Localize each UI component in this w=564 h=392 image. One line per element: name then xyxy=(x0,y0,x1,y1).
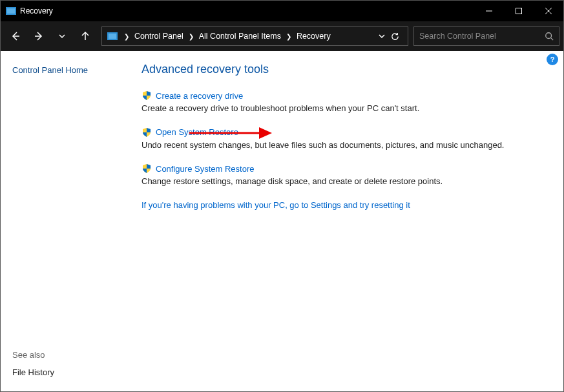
create-recovery-drive-link[interactable]: Create a recovery drive xyxy=(156,91,243,101)
svg-line-12 xyxy=(551,38,554,41)
configure-system-restore-link[interactable]: Configure System Restore xyxy=(156,164,254,174)
main-panel: ? Advanced recovery tools Create a recov… xyxy=(134,51,563,391)
back-button[interactable] xyxy=(5,25,26,47)
chevron-right-icon[interactable]: ❯ xyxy=(120,33,133,40)
recovery-location-icon xyxy=(107,31,118,41)
breadcrumb-item[interactable]: Control Panel xyxy=(133,32,185,41)
svg-rect-10 xyxy=(109,34,116,39)
address-bar[interactable]: ❯ Control Panel ❯ All Control Panel Item… xyxy=(101,26,408,46)
chevron-right-icon[interactable]: ❯ xyxy=(282,33,295,40)
help-icon[interactable]: ? xyxy=(547,54,558,65)
minimize-button[interactable] xyxy=(474,1,504,21)
tool-description: Change restore settings, manage disk spa… xyxy=(141,176,545,187)
svg-rect-1 xyxy=(7,8,15,14)
tool-description: Undo recent system changes, but leave fi… xyxy=(141,139,545,151)
recovery-app-icon xyxy=(6,6,16,16)
forward-button[interactable] xyxy=(28,25,50,47)
svg-point-11 xyxy=(546,33,552,39)
open-system-restore-link[interactable]: Open System Restore xyxy=(156,127,238,137)
uac-shield-icon xyxy=(141,163,152,174)
titlebar: Recovery xyxy=(1,1,563,21)
close-button[interactable] xyxy=(534,1,563,21)
uac-shield-icon xyxy=(141,90,152,101)
toolbar: ❯ Control Panel ❯ All Control Panel Item… xyxy=(1,21,563,51)
uac-shield-icon xyxy=(141,127,152,138)
svg-rect-3 xyxy=(516,8,522,14)
tool-configure-system-restore: Configure System Restore Change restore … xyxy=(141,163,545,187)
sidebar: Control Panel Home See also File History xyxy=(1,51,134,391)
refresh-icon[interactable] xyxy=(390,32,400,41)
content-area: Control Panel Home See also File History… xyxy=(1,51,563,391)
breadcrumb-item[interactable]: Recovery xyxy=(295,32,332,41)
up-button[interactable] xyxy=(74,25,96,47)
tool-open-system-restore: Open System Restore Undo recent system c… xyxy=(141,127,545,151)
reset-pc-link[interactable]: If you're having problems with your PC, … xyxy=(141,200,545,210)
chevron-down-icon[interactable] xyxy=(379,33,385,39)
search-box[interactable] xyxy=(413,26,559,46)
window-controls xyxy=(474,1,563,21)
page-title: Advanced recovery tools xyxy=(141,63,545,76)
window-title: Recovery xyxy=(20,6,474,15)
breadcrumb-item[interactable]: All Control Panel Items xyxy=(198,32,282,41)
tool-description: Create a recovery drive to troubleshoot … xyxy=(141,103,545,114)
see-also-heading: See also xyxy=(12,350,122,360)
search-icon[interactable] xyxy=(545,32,554,41)
tool-create-recovery-drive: Create a recovery drive Create a recover… xyxy=(141,90,545,114)
chevron-right-icon[interactable]: ❯ xyxy=(185,33,198,40)
search-input[interactable] xyxy=(419,32,545,41)
recent-locations-button[interactable] xyxy=(51,25,73,47)
control-panel-home-link[interactable]: Control Panel Home xyxy=(12,65,122,75)
maximize-button[interactable] xyxy=(504,1,534,21)
file-history-link[interactable]: File History xyxy=(12,367,122,377)
